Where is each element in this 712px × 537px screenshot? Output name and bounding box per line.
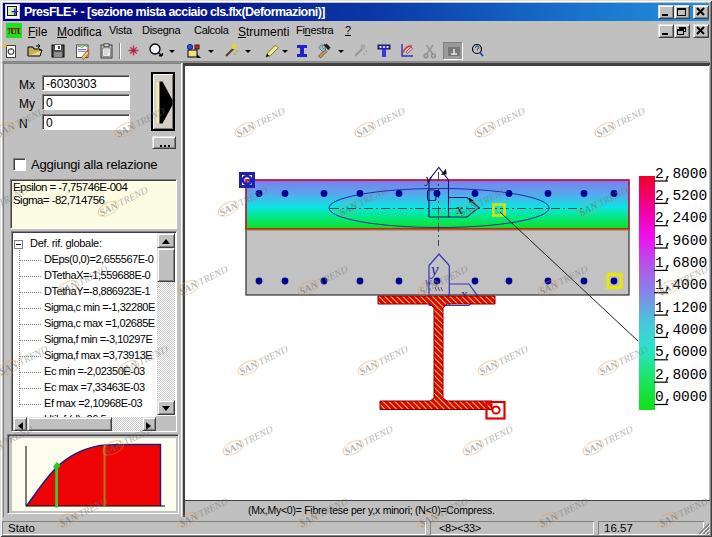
svg-text:2,8000: 2,8000	[655, 367, 707, 383]
svg-text:1,4000: 1,4000	[655, 277, 707, 293]
svg-text:2,2400: 2,2400	[655, 210, 707, 226]
svg-text:1,1200: 1,1200	[655, 300, 707, 316]
svg-text:5,6000: 5,6000	[655, 344, 707, 360]
svg-text:2,5200: 2,5200	[655, 188, 707, 204]
svg-text:0,0000: 0,0000	[655, 389, 707, 405]
svg-text:y: y	[424, 171, 432, 186]
svg-text:2,8000: 2,8000	[655, 166, 707, 182]
svg-text:1,9600: 1,9600	[655, 233, 707, 249]
svg-text:1,6800: 1,6800	[655, 255, 707, 271]
svg-text:8,4000: 8,4000	[655, 322, 707, 338]
svg-text:w: w	[425, 276, 432, 287]
svg-text:x: x	[456, 202, 463, 217]
